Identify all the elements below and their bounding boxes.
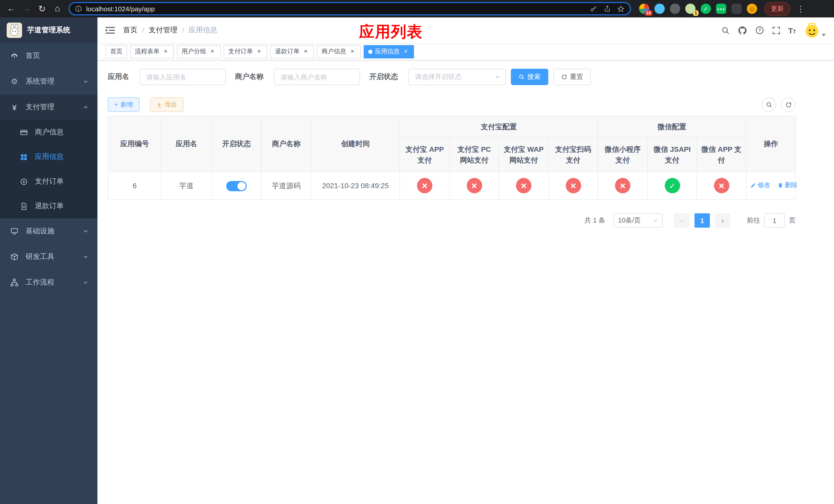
sidebar-toggle-icon[interactable]: [106, 26, 115, 35]
url-text[interactable]: localhost:1024/pay/app: [86, 5, 586, 13]
share-icon[interactable]: [604, 5, 611, 12]
close-icon[interactable]: ×: [162, 48, 169, 55]
extension-icon[interactable]: [731, 4, 742, 14]
status-error-icon: [417, 178, 432, 193]
help-icon[interactable]: ?: [755, 26, 764, 35]
next-page-button[interactable]: ›: [715, 213, 730, 228]
github-icon[interactable]: [737, 25, 747, 35]
add-button[interactable]: + 新增: [108, 97, 139, 112]
sidebar-item-system[interactable]: ⚙ 系统管理: [0, 69, 97, 94]
pagination: 共 1 条 10条/页 ‹ 1 › 前往 页: [108, 213, 795, 228]
status-label: 开启状态: [369, 72, 398, 82]
tab-home[interactable]: 首页: [106, 45, 127, 58]
extension-icon[interactable]: ●●●: [716, 4, 726, 14]
font-size-icon[interactable]: TT: [788, 26, 796, 35]
toggle-search-button[interactable]: [762, 97, 776, 112]
col-header-alipay-app: 支付宝 APP 支付: [400, 138, 449, 171]
goto-page-input[interactable]: [764, 213, 785, 228]
refresh-table-button[interactable]: [781, 97, 795, 112]
sidebar-item-app-info[interactable]: 应用信息: [0, 144, 97, 169]
sidebar: 芋道管理系统 首页 ⚙ 系统管理 ¥ 支付管理: [0, 18, 97, 504]
close-icon[interactable]: ×: [256, 48, 263, 55]
status-error-icon: [615, 178, 630, 193]
browser-menu-icon[interactable]: ⋮: [796, 4, 805, 14]
sidebar-item-merchant-info[interactable]: 商户信息: [0, 120, 97, 144]
reset-button[interactable]: 重置: [553, 69, 591, 85]
breadcrumb-home[interactable]: 首页: [123, 26, 137, 35]
search-icon[interactable]: [721, 26, 730, 35]
page-number-1[interactable]: 1: [695, 213, 710, 228]
breadcrumb-payment[interactable]: 支付管理: [149, 26, 177, 35]
prev-page-button[interactable]: ‹: [674, 213, 689, 228]
yen-icon: ¥: [9, 103, 20, 112]
extension-icon[interactable]: 10: [639, 4, 649, 14]
status-error-icon: [516, 178, 531, 193]
site-info-icon[interactable]: [75, 5, 82, 12]
home-icon[interactable]: ⌂: [50, 2, 65, 16]
sidebar-item-workflow[interactable]: 工作流程: [0, 270, 97, 295]
chevron-down-icon: [83, 79, 88, 84]
chevron-down-icon: [83, 229, 88, 234]
col-group-alipay: 支付宝配置: [400, 116, 598, 138]
extension-icon[interactable]: [670, 4, 680, 14]
back-icon[interactable]: ←: [4, 2, 19, 16]
gear-icon: ⚙: [9, 77, 20, 86]
close-icon[interactable]: ×: [209, 48, 216, 55]
browser-update-button[interactable]: 更新: [764, 2, 790, 16]
password-key-icon[interactable]: [590, 5, 597, 13]
extension-badge: 1: [693, 10, 699, 16]
refresh-icon: [561, 74, 567, 80]
extension-icon[interactable]: 1: [685, 4, 696, 14]
tab-pay-orders[interactable]: 支付订单×: [224, 45, 267, 58]
fullscreen-icon[interactable]: [772, 26, 781, 35]
breadcrumb: 首页 / 支付管理 / 应用信息: [123, 26, 218, 35]
bookmark-star-icon[interactable]: [617, 5, 625, 13]
close-icon[interactable]: ×: [349, 48, 356, 55]
sidebar-item-refund-orders[interactable]: 退款订单: [0, 194, 97, 219]
status-select[interactable]: 请选择开启状态: [408, 69, 506, 85]
cell-app-name: 芋道: [161, 171, 212, 200]
export-button[interactable]: 导出: [150, 97, 184, 112]
app-name-input[interactable]: [139, 69, 226, 85]
forward-icon[interactable]: →: [20, 2, 34, 16]
tab-app-info[interactable]: 应用信息×: [364, 45, 414, 58]
sidebar-item-home[interactable]: 首页: [0, 43, 97, 69]
user-avatar[interactable]: [804, 22, 826, 39]
close-icon[interactable]: ×: [302, 48, 309, 55]
sidebar-item-infrastructure[interactable]: 基础设施: [0, 219, 97, 244]
extension-icon[interactable]: ☺: [747, 4, 757, 14]
sidebar-item-label: 基础设施: [26, 227, 54, 236]
app-title: 芋道管理系统: [27, 26, 70, 35]
sidebar-item-dev-tools[interactable]: 研发工具: [0, 244, 97, 270]
table-toolbar: + 新增 导出: [108, 97, 795, 112]
status-error-icon: [714, 178, 729, 193]
filter-form: 应用名 商户名称 开启状态 请选择开启状态 搜索 重置: [108, 69, 824, 85]
address-bar[interactable]: localhost:1024/pay/app: [69, 2, 631, 15]
status-toggle[interactable]: [226, 181, 247, 191]
sidebar-item-payment[interactable]: ¥ 支付管理: [0, 94, 97, 120]
extension-icon[interactable]: [655, 4, 665, 14]
cell-actions: 修改 删除: [746, 171, 796, 200]
delete-link[interactable]: 删除: [777, 180, 797, 191]
sidebar-logo[interactable]: 芋道管理系统: [0, 18, 97, 43]
edit-link[interactable]: 修改: [750, 180, 770, 191]
tab-process-form[interactable]: 流程表单×: [130, 45, 174, 58]
page-size-select[interactable]: 10条/页: [613, 213, 663, 228]
avatar-image: [804, 22, 820, 39]
sidebar-item-pay-orders[interactable]: 支付订单: [0, 169, 97, 194]
close-icon[interactable]: ×: [402, 48, 409, 55]
reload-icon[interactable]: ↻: [35, 2, 49, 16]
app-table: 应用编号 应用名 开启状态 商户名称 创建时间 支付宝配置 微信配置 操作 支付…: [108, 116, 796, 200]
goto-suffix: 页: [789, 216, 795, 225]
extension-icon[interactable]: ✓: [701, 4, 711, 14]
col-header-wx-jsapi: 微信 JSAPI 支付: [648, 138, 697, 171]
table-row: 6 芋道 芋道源码 2021-10-23 08:49:25: [108, 171, 796, 200]
sidebar-item-label: 应用信息: [35, 152, 64, 161]
merchant-name-input[interactable]: [274, 69, 360, 85]
col-header-app-id: 应用编号: [108, 116, 161, 171]
tab-user-group[interactable]: 用户分组×: [177, 45, 221, 58]
tab-refund-orders[interactable]: 退款订单×: [270, 45, 314, 58]
search-button[interactable]: 搜索: [511, 69, 548, 85]
tab-merchant-info[interactable]: 商户信息×: [317, 45, 360, 58]
col-header-actions: 操作: [746, 116, 796, 171]
